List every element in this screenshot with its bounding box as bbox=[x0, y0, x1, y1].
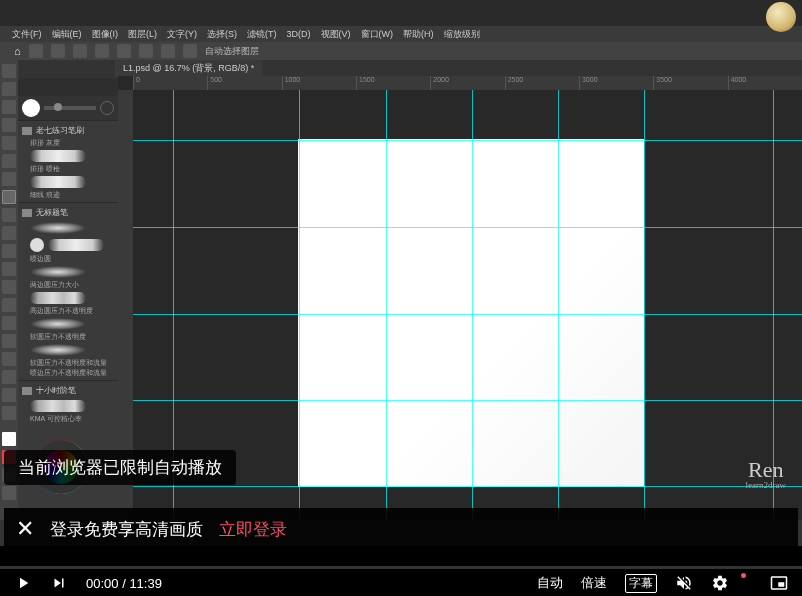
eyedropper-tool-icon[interactable] bbox=[2, 154, 16, 168]
brush-item[interactable] bbox=[18, 264, 118, 280]
option-swatch-4[interactable] bbox=[95, 44, 109, 58]
guide-vertical[interactable] bbox=[299, 90, 300, 520]
menu-layer[interactable]: 图层(L) bbox=[128, 28, 157, 41]
ps-options-bar: ⌂ 自动选择图层 bbox=[0, 42, 802, 60]
play-button[interactable] bbox=[14, 574, 32, 592]
brush-group-title[interactable]: 无标题笔 bbox=[18, 205, 118, 220]
document-tab[interactable]: L1.psd @ 16.7% (背景, RGB/8) * bbox=[115, 60, 262, 77]
option-swatch-5[interactable] bbox=[117, 44, 131, 58]
brush-item-label[interactable]: 喷边压力不透明度和流量 bbox=[30, 368, 118, 378]
progress-bar[interactable] bbox=[0, 566, 802, 569]
brush-stroke-icon bbox=[30, 318, 86, 330]
guide-horizontal[interactable] bbox=[133, 486, 802, 487]
option-swatch-6[interactable] bbox=[139, 44, 153, 58]
dodge-tool-icon[interactable] bbox=[2, 298, 16, 312]
menu-text[interactable]: 文字(Y) bbox=[167, 28, 197, 41]
option-swatch-2[interactable] bbox=[51, 44, 65, 58]
brush-item-label[interactable]: KMA 可控核心率 bbox=[30, 414, 118, 424]
guide-vertical[interactable] bbox=[386, 90, 387, 520]
brush-item-label[interactable]: 喷边圆 bbox=[30, 254, 118, 264]
brush-size-slider[interactable] bbox=[44, 106, 96, 110]
foreground-color-swatch[interactable] bbox=[2, 432, 16, 446]
lasso-tool-icon[interactable] bbox=[2, 100, 16, 114]
folder-icon bbox=[22, 127, 32, 135]
brush-item[interactable] bbox=[18, 220, 118, 236]
menu-zoom[interactable]: 缩放级别 bbox=[444, 28, 480, 41]
next-button[interactable] bbox=[50, 574, 68, 592]
blur-tool-icon[interactable] bbox=[2, 280, 16, 294]
brush-item-label[interactable]: 排形 喷枪 bbox=[30, 164, 118, 174]
brush-item-label[interactable]: 细线 痕迹 bbox=[30, 190, 118, 200]
brush-preview-icon[interactable] bbox=[22, 99, 40, 117]
brush-item[interactable] bbox=[18, 236, 118, 254]
marquee-tool-icon[interactable] bbox=[2, 82, 16, 96]
option-swatch-8[interactable] bbox=[183, 44, 197, 58]
hand-tool-icon[interactable] bbox=[2, 388, 16, 402]
folder-icon bbox=[22, 387, 32, 395]
eraser-tool-icon[interactable] bbox=[2, 244, 16, 258]
brush-item[interactable] bbox=[18, 148, 118, 164]
brush-angle-icon[interactable] bbox=[100, 101, 114, 115]
gradient-tool-icon[interactable] bbox=[2, 262, 16, 276]
menu-help[interactable]: 帮助(H) bbox=[403, 28, 434, 41]
ruler-tick: 3500 bbox=[653, 76, 727, 90]
brush-item-label[interactable]: 排形 灰度 bbox=[30, 138, 118, 148]
guide-horizontal[interactable] bbox=[133, 227, 802, 228]
brush-item-label[interactable]: 两边圆压力大小 bbox=[30, 280, 118, 290]
stamp-tool-icon[interactable] bbox=[2, 208, 16, 222]
pip-button[interactable] bbox=[770, 574, 788, 592]
type-tool-icon[interactable] bbox=[2, 334, 16, 348]
brush-item-label[interactable]: 高边圆压力不透明度 bbox=[30, 306, 118, 316]
crop-tool-icon[interactable] bbox=[2, 136, 16, 150]
brush-group-title[interactable]: 老七练习笔刷 bbox=[18, 123, 118, 138]
option-swatch-7[interactable] bbox=[161, 44, 175, 58]
menu-file[interactable]: 文件(F) bbox=[12, 28, 42, 41]
menu-select[interactable]: 选择(S) bbox=[207, 28, 237, 41]
heal-tool-icon[interactable] bbox=[2, 172, 16, 186]
brush-item[interactable] bbox=[18, 174, 118, 190]
menu-filter[interactable]: 滤镜(T) bbox=[247, 28, 277, 41]
menu-view[interactable]: 视图(V) bbox=[321, 28, 351, 41]
brush-tool-icon[interactable] bbox=[2, 190, 16, 204]
brush-item[interactable] bbox=[18, 316, 118, 332]
guide-vertical[interactable] bbox=[644, 90, 645, 520]
guide-horizontal[interactable] bbox=[133, 314, 802, 315]
path-tool-icon[interactable] bbox=[2, 352, 16, 366]
brush-item-label[interactable]: 软圆压力不透明度 bbox=[30, 332, 118, 342]
guide-horizontal[interactable] bbox=[133, 140, 802, 141]
volume-button[interactable] bbox=[675, 574, 693, 592]
wand-tool-icon[interactable] bbox=[2, 118, 16, 132]
menu-window[interactable]: 窗口(W) bbox=[361, 28, 394, 41]
brush-item[interactable] bbox=[18, 398, 118, 414]
close-icon[interactable]: ✕ bbox=[16, 518, 34, 540]
guide-vertical[interactable] bbox=[472, 90, 473, 520]
subtitle-button[interactable]: 字幕 bbox=[625, 574, 657, 593]
brush-item-label[interactable]: 软圆压力不透明度和流量 bbox=[30, 358, 118, 368]
brush-group-title[interactable]: 十小时阶笔 bbox=[18, 383, 118, 398]
move-tool-icon[interactable] bbox=[2, 64, 16, 78]
uploader-avatar[interactable] bbox=[766, 2, 796, 32]
speed-button[interactable]: 倍速 bbox=[581, 574, 607, 592]
guide-vertical[interactable] bbox=[558, 90, 559, 520]
zoom-tool-icon[interactable] bbox=[2, 406, 16, 420]
brush-item[interactable] bbox=[18, 342, 118, 358]
settings-button[interactable] bbox=[711, 574, 729, 592]
menu-edit[interactable]: 编辑(E) bbox=[52, 28, 82, 41]
shape-tool-icon[interactable] bbox=[2, 370, 16, 384]
brush-item[interactable] bbox=[18, 290, 118, 306]
ruler-horizontal[interactable]: 0 500 1000 1500 2000 2500 3000 3500 4000 bbox=[133, 76, 802, 90]
ruler-tick: 0 bbox=[133, 76, 207, 90]
history-brush-tool-icon[interactable] bbox=[2, 226, 16, 240]
option-swatch-1[interactable] bbox=[29, 44, 43, 58]
screenmode-icon[interactable] bbox=[2, 486, 16, 500]
menu-image[interactable]: 图像(I) bbox=[92, 28, 119, 41]
option-swatch-3[interactable] bbox=[73, 44, 87, 58]
home-icon[interactable]: ⌂ bbox=[14, 45, 21, 57]
guide-vertical[interactable] bbox=[773, 90, 774, 520]
login-now-link[interactable]: 立即登录 bbox=[219, 518, 287, 541]
current-time: 00:00 bbox=[86, 576, 119, 591]
menu-3d[interactable]: 3D(D) bbox=[287, 29, 311, 39]
quality-auto-button[interactable]: 自动 bbox=[537, 574, 563, 592]
guide-horizontal[interactable] bbox=[133, 400, 802, 401]
pen-tool-icon[interactable] bbox=[2, 316, 16, 330]
